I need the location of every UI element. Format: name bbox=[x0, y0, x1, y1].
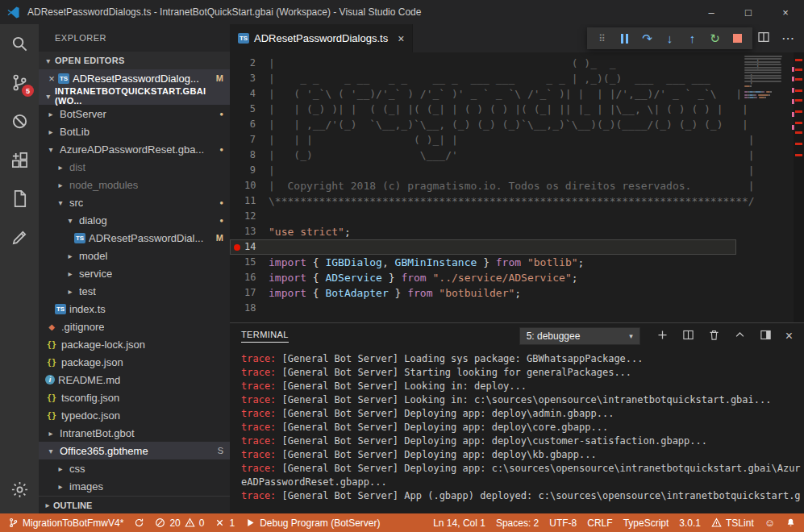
tree-item[interactable]: {}typedoc.json bbox=[39, 406, 230, 424]
encoding-indicator[interactable]: UTF-8 bbox=[549, 517, 577, 529]
new-terminal-icon[interactable] bbox=[656, 329, 669, 344]
panel-layout-icon[interactable] bbox=[760, 329, 772, 344]
minimap[interactable] bbox=[743, 56, 789, 233]
pause-button[interactable] bbox=[614, 27, 635, 49]
workspace-section-header[interactable]: ▾ INTRANETBOTQUICKSTART.GBAI (WO... bbox=[39, 87, 230, 105]
line-number: 9 bbox=[244, 163, 269, 178]
terminal-output[interactable]: trace: [General Bot Server] Loading sys … bbox=[241, 352, 801, 513]
eol-indicator[interactable]: CRLF bbox=[587, 517, 612, 529]
feedback-smiley-icon[interactable]: ☺ bbox=[764, 517, 775, 528]
tree-item[interactable]: ▸images bbox=[39, 477, 230, 495]
tree-item[interactable]: ▾dialog● bbox=[39, 211, 230, 229]
gitignore-file-icon: ◆ bbox=[45, 321, 58, 333]
ts-version-indicator[interactable]: 3.0.1 bbox=[679, 517, 701, 529]
step-into-button[interactable]: ↓ bbox=[659, 27, 681, 49]
tree-item[interactable]: ▸BotLib bbox=[39, 123, 230, 140]
tree-item[interactable]: ▾AzureADPasswordReset.gba...● bbox=[39, 140, 230, 158]
notifications-bell-icon[interactable] bbox=[785, 517, 796, 528]
line-number: 18 bbox=[244, 301, 269, 316]
stop-button[interactable] bbox=[727, 27, 748, 49]
open-editors-header[interactable]: ▾ OPEN EDITORS bbox=[39, 52, 230, 69]
maximize-panel-icon[interactable] bbox=[734, 329, 746, 344]
close-button[interactable]: × bbox=[767, 0, 804, 24]
search-icon[interactable] bbox=[0, 24, 39, 63]
tab-bar: TS ADResetPasswordDialogs.ts × ⋯ ⠿ ↷ ↓ ↑ bbox=[230, 24, 804, 52]
tree-item[interactable]: {}tsconfig.json bbox=[39, 389, 230, 406]
code-editor[interactable]: 2| ( )_ _ |3| _ _ _ __ _ _ __ _ ___ ___ … bbox=[230, 52, 804, 322]
line-number: 5 bbox=[244, 102, 269, 117]
problems-indicator[interactable]: 20 0 bbox=[155, 517, 204, 529]
tree-item[interactable]: {}package-lock.json bbox=[39, 335, 230, 353]
drag-handle-icon[interactable]: ⠿ bbox=[591, 27, 613, 49]
line-number: 2 bbox=[244, 56, 269, 71]
chevron-right-icon: ▸ bbox=[45, 127, 56, 136]
tslint-indicator[interactable]: TSLint bbox=[711, 517, 754, 529]
line-number: 8 bbox=[244, 148, 269, 163]
tree-item[interactable]: ◆.gitignore bbox=[39, 318, 230, 335]
warning-icon bbox=[711, 517, 722, 528]
code-line: 10| Copyright 2018 (c) pragmatismo.io. T… bbox=[230, 178, 736, 193]
outline-section-header[interactable]: ▸ OUTLINE bbox=[39, 496, 230, 513]
files-icon[interactable] bbox=[0, 179, 39, 218]
chevron-down-icon: ▾ bbox=[42, 56, 55, 65]
tree-item[interactable]: ▸node_modules bbox=[39, 176, 230, 193]
kill-terminal-icon[interactable] bbox=[708, 329, 720, 344]
breakpoint-margin[interactable] bbox=[230, 244, 244, 251]
code-line: 5| | (_) )| | ( (_| |( (_| | ( ) ( ) |( … bbox=[230, 102, 736, 117]
tree-item[interactable]: TSindex.ts bbox=[39, 300, 230, 318]
extensions-icon[interactable] bbox=[0, 140, 39, 179]
minimize-button[interactable]: – bbox=[693, 0, 730, 24]
split-editor-icon[interactable] bbox=[757, 31, 770, 47]
sync-button[interactable] bbox=[134, 517, 144, 528]
code-line: 6| | ,__/'(_) `\__,_)`\__, (_) (_) (_)`\… bbox=[230, 117, 736, 132]
code-line: 9| | bbox=[230, 163, 736, 178]
tasks-indicator[interactable]: 1 bbox=[215, 517, 235, 529]
line-number: 7 bbox=[244, 132, 269, 148]
tree-item[interactable]: ▸dist bbox=[39, 158, 230, 176]
edit-icon[interactable] bbox=[0, 218, 39, 256]
tab-terminal[interactable]: TERMINAL bbox=[241, 330, 289, 343]
tree-item[interactable]: ▸IntranetBot.gbot bbox=[39, 424, 230, 442]
code-text: | _ _ _ __ _ _ __ _ ___ ___ _ _ | ,_)(_)… bbox=[269, 71, 755, 86]
maximize-button[interactable]: □ bbox=[730, 0, 767, 24]
readme-info-icon: i bbox=[45, 375, 55, 384]
tree-item[interactable]: iREADME.md bbox=[39, 371, 230, 389]
language-indicator[interactable]: TypeScript bbox=[623, 517, 669, 529]
restart-button[interactable]: ↻ bbox=[704, 27, 726, 49]
debug-launch-indicator[interactable]: Debug Program (BotServer) bbox=[245, 517, 380, 529]
code-text: | ( '_`\ ( '__)/'_` ) /'_` )' _ ` _ `\ /… bbox=[269, 86, 742, 102]
indentation-indicator[interactable]: Spaces: 2 bbox=[496, 517, 539, 529]
step-over-button[interactable]: ↷ bbox=[636, 27, 658, 49]
tree-item[interactable]: ▸test bbox=[39, 282, 230, 300]
tree-item[interactable]: ▾src● bbox=[39, 193, 230, 211]
tree-item[interactable]: TSADResetPasswordDial...M bbox=[39, 229, 230, 247]
tab-adresetpassworddialogs[interactable]: TS ADResetPasswordDialogs.ts × bbox=[230, 24, 413, 52]
terminal-instance-select[interactable]: 5: debuggee ▾ bbox=[519, 327, 640, 345]
gear-icon[interactable] bbox=[0, 470, 39, 509]
close-icon[interactable]: × bbox=[398, 32, 404, 45]
tree-item[interactable]: ▸service bbox=[39, 264, 230, 282]
split-terminal-icon[interactable] bbox=[682, 329, 694, 344]
typescript-file-icon: TS bbox=[55, 304, 66, 314]
error-icon bbox=[155, 517, 165, 528]
close-icon[interactable]: × bbox=[45, 73, 58, 85]
tree-item[interactable]: ▾Office365.gbthemeS bbox=[39, 442, 230, 459]
git-branch-indicator[interactable]: MigrationToBotFmwV4* bbox=[8, 517, 123, 529]
tree-item[interactable]: ▸BotServer● bbox=[39, 105, 230, 123]
chevron-right-icon: ▸ bbox=[42, 501, 53, 509]
cursor-position[interactable]: Ln 14, Col 1 bbox=[433, 517, 485, 529]
tree-item[interactable]: {}package.json bbox=[39, 353, 230, 371]
breakpoint-icon[interactable] bbox=[234, 244, 240, 251]
close-panel-icon[interactable]: × bbox=[785, 329, 793, 343]
code-line: 16import { ADService } from "../service/… bbox=[230, 270, 736, 285]
step-out-button[interactable]: ↑ bbox=[681, 27, 703, 49]
overview-ruler[interactable] bbox=[794, 52, 804, 322]
open-editor-item[interactable]: ×TSADResetPasswordDialog...M bbox=[39, 69, 230, 87]
code-line: 2| ( )_ _ | bbox=[230, 56, 736, 71]
tree-item[interactable]: ▸css bbox=[39, 459, 230, 477]
explorer-sidebar: EXPLORER ▾ OPEN EDITORS ×TSADResetPasswo… bbox=[39, 24, 230, 513]
more-actions-icon[interactable]: ⋯ bbox=[781, 31, 794, 46]
source-control-icon[interactable]: 5 bbox=[0, 63, 39, 102]
debug-icon[interactable] bbox=[0, 102, 39, 140]
tree-item[interactable]: ▸model bbox=[39, 247, 230, 264]
